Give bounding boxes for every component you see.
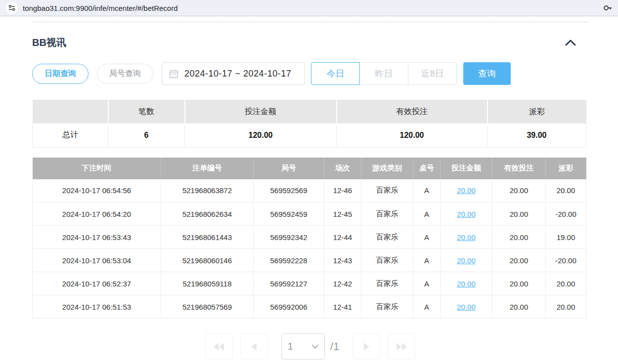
valid-bet-cell: 20.00	[492, 249, 546, 272]
quick-yesterday-button[interactable]: 昨日	[359, 62, 408, 85]
payout-cell: 19.00	[546, 226, 586, 249]
session-cell: 12-43	[324, 249, 361, 272]
payout-cell: 20.00	[546, 295, 586, 319]
header-valid-bet: 有效投注	[492, 158, 546, 179]
summary-total-count: 6	[108, 123, 185, 147]
order-no-cell: 521968063872	[161, 179, 254, 202]
header-round-no: 局号	[254, 158, 324, 179]
bet-amount-link[interactable]: 20.00	[457, 210, 476, 218]
quick-range-group: 今日 昨日 近8日	[311, 62, 457, 85]
session-cell: 12-44	[324, 226, 361, 249]
pagination: 1 /1	[32, 333, 588, 360]
payout-cell: 20.00	[546, 179, 586, 202]
table-no-cell: A	[413, 202, 441, 226]
session-cell: 12-41	[324, 295, 361, 319]
summary-total-valid-bet: 120.00	[337, 123, 487, 147]
header-session: 场次	[324, 158, 361, 179]
payout-cell: -20.00	[546, 202, 586, 226]
round-no-cell: 569592342	[254, 226, 324, 249]
calendar-icon	[169, 69, 178, 79]
double-left-arrow-icon	[214, 343, 224, 351]
left-arrow-icon	[251, 343, 257, 351]
site-settings-icon[interactable]	[6, 2, 18, 14]
game-type-cell: 百家乐	[361, 272, 413, 295]
header-order-no: 注单编号	[161, 158, 254, 179]
time-cell: 2024-10-17 06:54:56	[33, 179, 161, 202]
bet-amount-link[interactable]: 20.00	[457, 256, 476, 265]
page-select[interactable]: 1	[281, 333, 325, 360]
url-text[interactable]: tongbao31.com:9900/infe/mcenter/#/betRec…	[23, 4, 598, 12]
valid-bet-cell: 20.00	[492, 226, 546, 249]
game-type-cell: 百家乐	[361, 226, 413, 249]
bet-amount-link[interactable]: 20.00	[457, 186, 476, 195]
summary-header-row: 笔数 投注金额 有效投注 派彩	[33, 100, 586, 123]
summary-header-payout: 派彩	[487, 100, 586, 123]
bet-amount-link[interactable]: 20.00	[457, 303, 476, 311]
time-cell: 2024-10-17 06:52:37	[33, 272, 161, 295]
header-table-no: 桌号	[413, 158, 441, 179]
order-no-cell: 521968060146	[161, 249, 254, 272]
next-page-button[interactable]	[353, 333, 380, 360]
last-page-button[interactable]	[388, 333, 415, 360]
summary-table: 笔数 投注金额 有效投注 派彩 总计 6 120.00 120.00 39.00	[32, 100, 586, 148]
valid-bet-cell: 20.00	[492, 179, 546, 202]
password-key-icon[interactable]	[603, 4, 612, 12]
round-no-cell: 569592228	[254, 249, 324, 272]
session-cell: 12-45	[324, 202, 361, 226]
valid-bet-cell: 20.00	[492, 295, 546, 319]
time-cell: 2024-10-17 06:53:43	[33, 226, 161, 249]
chevron-down-icon	[312, 345, 318, 349]
order-no-cell: 521968061443	[161, 226, 254, 249]
summary-header-valid-bet: 有效投注	[337, 100, 487, 123]
bet-amount-cell: 20.00	[441, 226, 492, 249]
bet-amount-link[interactable]: 20.00	[457, 280, 476, 288]
session-cell: 12-46	[324, 179, 361, 202]
valid-bet-cell: 20.00	[492, 272, 546, 295]
bet-record-page: BB视讯 日期查询 局号查询 2024-10-17 ~ 2024-10-17 今…	[0, 22, 618, 360]
page-title: BB视讯	[32, 36, 66, 49]
search-button[interactable]: 查询	[463, 62, 511, 85]
right-arrow-icon	[363, 343, 369, 351]
page-select-value: 1	[288, 341, 293, 352]
summary-total-row: 总计 6 120.00 120.00 39.00	[33, 123, 586, 147]
table-no-cell: A	[413, 226, 441, 249]
table-row: 2024-10-17 06:54:56521968063872569592569…	[33, 179, 586, 202]
summary-header-bet-amount: 投注金额	[185, 100, 337, 123]
section-header: BB视讯	[32, 36, 588, 49]
date-query-tab[interactable]: 日期查询	[32, 64, 88, 84]
filter-toolbar: 日期查询 局号查询 2024-10-17 ~ 2024-10-17 今日 昨日 …	[32, 62, 588, 85]
payout-cell: -20.00	[546, 249, 586, 272]
table-row: 2024-10-17 06:52:37521968059118569592127…	[33, 272, 586, 295]
first-page-button[interactable]	[205, 333, 233, 360]
bet-amount-cell: 20.00	[441, 272, 492, 295]
round-no-cell: 569592569	[254, 179, 324, 202]
game-type-cell: 百家乐	[361, 179, 413, 202]
session-cell: 12-42	[324, 272, 361, 295]
table-no-cell: A	[413, 179, 441, 202]
table-no-cell: A	[413, 249, 441, 272]
valid-bet-cell: 20.00	[492, 202, 546, 226]
summary-total-payout: 39.00	[487, 123, 586, 147]
date-range-picker[interactable]: 2024-10-17 ~ 2024-10-17	[162, 62, 305, 85]
game-type-cell: 百家乐	[361, 249, 413, 272]
round-query-tab[interactable]: 局号查询	[97, 64, 153, 84]
bet-amount-link[interactable]: 20.00	[457, 233, 476, 242]
bet-amount-cell: 20.00	[441, 202, 492, 226]
round-no-cell: 569592459	[254, 202, 324, 226]
header-bet-amount: 投注金额	[441, 158, 492, 179]
quick-last8days-button[interactable]: 近8日	[408, 62, 457, 85]
browser-address-bar: tongbao31.com:9900/infe/mcenter/#/betRec…	[0, 0, 618, 16]
date-range-value: 2024-10-17 ~ 2024-10-17	[184, 69, 291, 79]
table-row: 2024-10-17 06:54:20521968062634569592459…	[33, 202, 586, 226]
header-bet-time: 下注时间	[33, 158, 161, 179]
order-no-cell: 521968059118	[161, 272, 254, 295]
chevron-up-icon	[565, 40, 576, 46]
quick-today-button[interactable]: 今日	[311, 62, 360, 85]
collapse-section-button[interactable]	[565, 40, 576, 46]
bet-table-body: 2024-10-17 06:54:56521968063872569592569…	[33, 179, 586, 319]
prev-page-button[interactable]	[240, 333, 268, 360]
table-row: 2024-10-17 06:53:04521968060146569592228…	[33, 249, 586, 272]
order-no-cell: 521968057569	[161, 295, 254, 319]
time-cell: 2024-10-17 06:51:53	[33, 295, 161, 319]
time-cell: 2024-10-17 06:53:04	[33, 249, 161, 272]
